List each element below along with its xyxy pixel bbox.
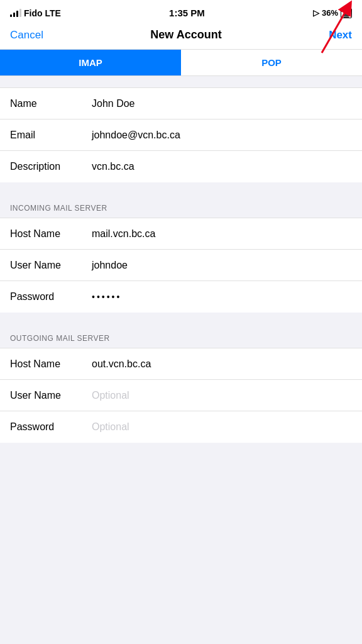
incoming-username-label: User Name <box>10 260 92 271</box>
email-label: Email <box>10 130 92 141</box>
incoming-password-value[interactable]: •••••• <box>92 292 352 302</box>
description-row: Description vcn.bc.ca <box>0 151 362 182</box>
spacer-2 <box>0 182 362 194</box>
name-value[interactable]: John Doe <box>92 98 352 109</box>
incoming-password-row: Password •••••• <box>0 281 362 313</box>
cancel-button[interactable]: Cancel <box>10 29 43 42</box>
incoming-server-group: Host Name mail.vcn.bc.ca User Name johnd… <box>0 218 362 313</box>
status-time: 1:35 PM <box>169 8 205 18</box>
imap-tab[interactable]: IMAP <box>0 50 181 75</box>
name-row: Name John Doe <box>0 88 362 119</box>
spacer-3 <box>0 313 362 324</box>
name-label: Name <box>10 98 92 109</box>
description-label: Description <box>10 161 92 172</box>
status-left: Fido LTE <box>10 8 61 18</box>
outgoing-password-row: Password Optional <box>0 411 362 443</box>
incoming-password-label: Password <box>10 291 92 303</box>
outgoing-hostname-value[interactable]: out.vcn.bc.ca <box>92 358 352 370</box>
outgoing-password-value[interactable]: Optional <box>92 421 352 433</box>
outgoing-server-header: OUTGOING MAIL SERVER <box>0 324 362 348</box>
outgoing-server-group: Host Name out.vcn.bc.ca User Name Option… <box>0 348 362 443</box>
incoming-username-value[interactable]: johndoe <box>92 260 352 271</box>
incoming-hostname-label: Host Name <box>10 228 92 240</box>
red-arrow-svg <box>303 0 359 56</box>
outgoing-hostname-label: Host Name <box>10 358 92 370</box>
svg-line-1 <box>322 7 348 53</box>
incoming-username-row: User Name johndoe <box>0 250 362 281</box>
outgoing-hostname-row: Host Name out.vcn.bc.ca <box>0 348 362 380</box>
incoming-hostname-row: Host Name mail.vcn.bc.ca <box>0 218 362 250</box>
spacer-1 <box>0 76 362 87</box>
carrier-label: Fido <box>24 8 43 18</box>
incoming-hostname-value[interactable]: mail.vcn.bc.ca <box>92 228 352 240</box>
incoming-server-header: INCOMING MAIL SERVER <box>0 194 362 218</box>
outgoing-username-value[interactable]: Optional <box>92 390 352 401</box>
account-info-group: Name John Doe Email johndoe@vcn.bc.ca De… <box>0 87 362 182</box>
network-type: LTE <box>45 8 61 18</box>
description-value[interactable]: vcn.bc.ca <box>92 161 352 172</box>
outgoing-password-label: Password <box>10 421 92 433</box>
email-value[interactable]: johndoe@vcn.bc.ca <box>92 130 352 141</box>
outgoing-username-label: User Name <box>10 390 92 401</box>
page-title: New Account <box>150 28 221 42</box>
email-row: Email johndoe@vcn.bc.ca <box>0 119 362 151</box>
outgoing-username-row: User Name Optional <box>0 380 362 411</box>
signal-bars <box>10 9 21 17</box>
